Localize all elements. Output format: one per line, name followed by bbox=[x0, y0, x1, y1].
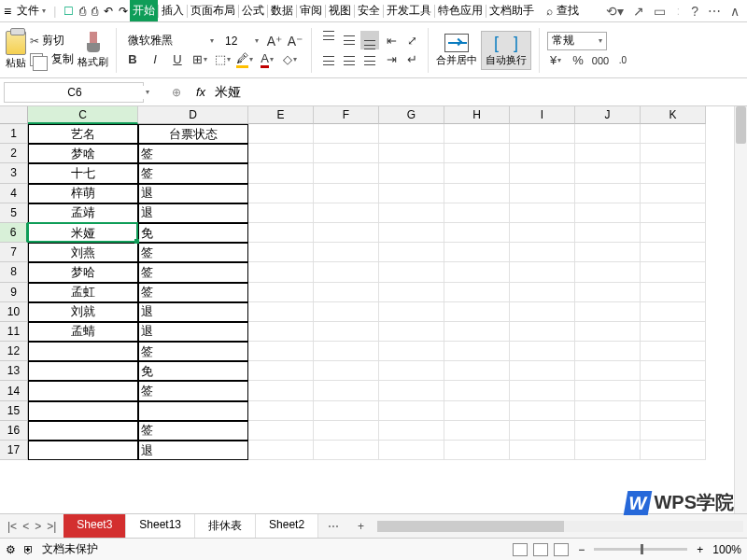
undo-icon[interactable]: ↶ bbox=[104, 5, 113, 18]
cell[interactable] bbox=[444, 262, 510, 282]
sync-icon[interactable]: ⟲▾ bbox=[606, 4, 624, 19]
cell[interactable] bbox=[379, 302, 444, 322]
cell[interactable] bbox=[444, 401, 510, 421]
cell[interactable] bbox=[444, 381, 510, 400]
cell[interactable] bbox=[575, 283, 641, 302]
cell[interactable]: 免 bbox=[138, 223, 248, 243]
row-header-13[interactable]: 13 bbox=[0, 361, 28, 381]
cell[interactable] bbox=[248, 322, 314, 342]
cell[interactable] bbox=[314, 144, 379, 163]
cell[interactable] bbox=[641, 381, 706, 400]
cell[interactable] bbox=[641, 342, 706, 361]
cells-grid[interactable]: 艺名台票状态梦啥签十七签梓萌退孟靖退米娅免刘燕签梦哈签孟虹签刘就退孟蜻退签免签签… bbox=[28, 124, 747, 460]
cell[interactable] bbox=[314, 262, 379, 282]
cell[interactable] bbox=[510, 144, 575, 163]
cell[interactable]: 退 bbox=[138, 441, 248, 460]
cell[interactable] bbox=[248, 243, 314, 262]
cell[interactable] bbox=[444, 322, 510, 342]
col-header-D[interactable]: D bbox=[138, 106, 248, 124]
cell[interactable] bbox=[248, 342, 314, 361]
row-header-10[interactable]: 10 bbox=[0, 302, 28, 322]
cell[interactable] bbox=[444, 283, 510, 302]
cell[interactable] bbox=[28, 441, 138, 460]
cell[interactable] bbox=[641, 262, 706, 282]
row-header-9[interactable]: 9 bbox=[0, 283, 28, 302]
align-middle-button[interactable] bbox=[340, 31, 359, 49]
cell[interactable] bbox=[575, 361, 641, 381]
cell[interactable] bbox=[248, 223, 314, 243]
cell[interactable]: 签 bbox=[138, 342, 248, 361]
row-header-8[interactable]: 8 bbox=[0, 262, 28, 282]
cell[interactable]: 刘就 bbox=[28, 302, 138, 322]
number-format-select[interactable]: 常规▾ bbox=[547, 32, 607, 50]
row-header-3[interactable]: 3 bbox=[0, 163, 28, 183]
cell[interactable] bbox=[28, 381, 138, 400]
cell[interactable] bbox=[510, 223, 575, 243]
cell[interactable] bbox=[314, 441, 379, 460]
cell[interactable] bbox=[510, 342, 575, 361]
cell[interactable] bbox=[314, 322, 379, 342]
layout-view-button[interactable] bbox=[554, 543, 569, 556]
align-left-button[interactable] bbox=[319, 51, 338, 70]
cell[interactable] bbox=[379, 124, 444, 144]
sheet-tab-Sheet13[interactable]: Sheet13 bbox=[126, 514, 195, 538]
sheet-tab-Sheet3[interactable]: Sheet3 bbox=[63, 514, 126, 538]
cell[interactable] bbox=[575, 223, 641, 243]
cell[interactable]: 孟虹 bbox=[28, 283, 138, 302]
cell[interactable] bbox=[641, 302, 706, 322]
menu-dots-icon[interactable]: ⋯ bbox=[708, 4, 721, 19]
cell[interactable] bbox=[641, 283, 706, 302]
row-header-17[interactable]: 17 bbox=[0, 441, 28, 460]
cell[interactable] bbox=[248, 441, 314, 460]
cell[interactable]: 台票状态 bbox=[138, 124, 248, 144]
sheet-tab-Sheet2[interactable]: Sheet2 bbox=[256, 514, 318, 538]
select-all-corner[interactable] bbox=[0, 106, 28, 124]
new-sheet-button[interactable]: + bbox=[348, 516, 374, 537]
row-header-15[interactable]: 15 bbox=[0, 401, 28, 421]
decimal-button[interactable]: .0 bbox=[614, 52, 631, 69]
cell[interactable] bbox=[575, 302, 641, 322]
tab-审阅[interactable]: 审阅 bbox=[297, 0, 325, 21]
row-header-5[interactable]: 5 bbox=[0, 203, 28, 223]
row-header-16[interactable]: 16 bbox=[0, 421, 28, 441]
cell[interactable] bbox=[314, 223, 379, 243]
col-header-E[interactable]: E bbox=[248, 106, 314, 124]
cell[interactable] bbox=[248, 262, 314, 282]
align-center-button[interactable] bbox=[340, 51, 359, 70]
cell[interactable] bbox=[248, 163, 314, 183]
save-icon[interactable]: ☐ bbox=[63, 5, 74, 18]
cell[interactable] bbox=[510, 262, 575, 282]
cell[interactable] bbox=[641, 401, 706, 421]
zoom-slider[interactable] bbox=[594, 548, 687, 551]
italic-button[interactable]: I bbox=[147, 51, 163, 68]
font-color-button[interactable]: A▾ bbox=[259, 51, 275, 68]
cell[interactable] bbox=[314, 381, 379, 400]
cell[interactable] bbox=[641, 421, 706, 441]
cell[interactable] bbox=[248, 124, 314, 144]
name-box[interactable]: ▾ bbox=[4, 82, 144, 103]
cell[interactable] bbox=[314, 163, 379, 183]
cell[interactable] bbox=[444, 243, 510, 262]
sheet-last-button[interactable]: >| bbox=[47, 520, 56, 533]
cell[interactable] bbox=[314, 203, 379, 223]
cell[interactable]: 签 bbox=[138, 243, 248, 262]
cell[interactable]: 梓萌 bbox=[28, 184, 138, 203]
cell[interactable] bbox=[314, 302, 379, 322]
cell[interactable] bbox=[314, 184, 379, 203]
share-icon[interactable]: ↗ bbox=[633, 4, 644, 19]
cell[interactable] bbox=[510, 421, 575, 441]
cell[interactable] bbox=[379, 262, 444, 282]
cell[interactable] bbox=[510, 283, 575, 302]
cell[interactable] bbox=[575, 124, 641, 144]
sheet-next-button[interactable]: > bbox=[35, 520, 41, 533]
cell[interactable] bbox=[379, 361, 444, 381]
cell[interactable] bbox=[510, 184, 575, 203]
cell[interactable]: 签 bbox=[138, 421, 248, 441]
cell[interactable] bbox=[379, 184, 444, 203]
fill-color-button[interactable]: 🖉▾ bbox=[236, 51, 253, 68]
style-button[interactable]: ⬚▾ bbox=[214, 51, 231, 68]
cell[interactable] bbox=[510, 441, 575, 460]
cell[interactable] bbox=[314, 342, 379, 361]
cell[interactable]: 刘燕 bbox=[28, 243, 138, 262]
copy-button[interactable]: 复制 bbox=[30, 51, 74, 67]
